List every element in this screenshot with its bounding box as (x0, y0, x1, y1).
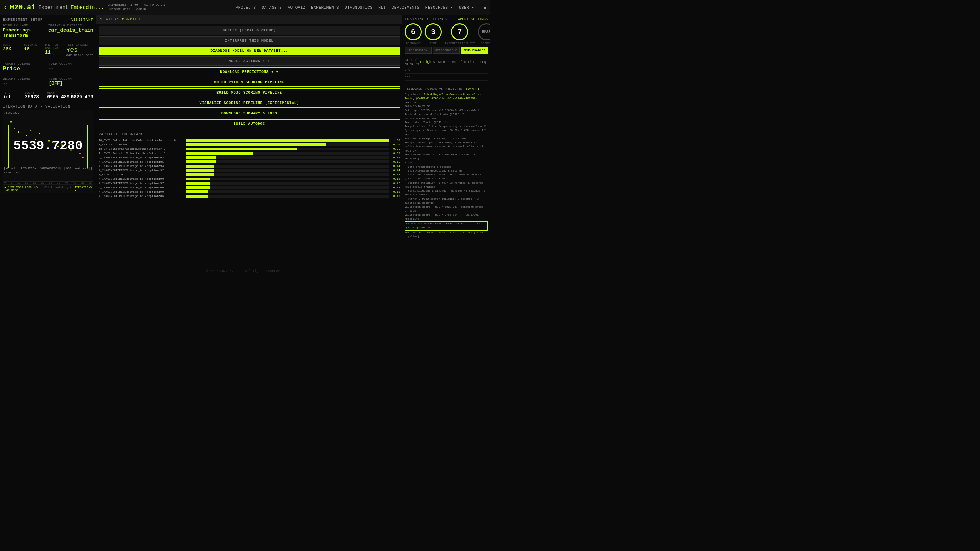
action-buttons: DEPLOY (LOCAL & CLOUD) INTERPRET THIS MO… (96, 24, 402, 131)
variable-row: 11_CVTE:InteriorColor:LeatherInterior:00… (99, 151, 400, 155)
cpu-tabs: Insights Scores Notifications Log Trace (420, 61, 490, 64)
build-python-button[interactable]: BUILD PYTHON SCORING PIPELINE (99, 78, 400, 87)
nav-projects[interactable]: PROJECTS (236, 5, 256, 10)
regression-button[interactable]: REGRESSION (405, 47, 432, 54)
interpret-button[interactable]: INTERPRET THIS MODEL (99, 37, 400, 45)
nav-mli[interactable]: MLI (378, 5, 386, 10)
variable-bar (186, 182, 210, 185)
iteration-section: ITERATION DATA - VALIDATION 7156.2377 52… (3, 105, 93, 193)
status-bar: STATUS: COMPLETE (96, 15, 402, 24)
mem-bar (405, 80, 488, 81)
variable-bar (186, 195, 208, 197)
left-panel: EXPERIMENT SETUP ASSISTANT DISPLAY NAME … (0, 15, 96, 268)
variable-name: 11_CVTE:InteriorColor:LeatherInterior:0 (99, 151, 184, 155)
back-chevron[interactable]: ‹ (3, 4, 7, 11)
tab-notifications[interactable]: Notifications (452, 61, 477, 64)
target-field: TARGET COLUMN Price (3, 62, 48, 72)
iterations-button[interactable]: ITERATIONS ▶ (75, 185, 92, 192)
variable-name: 4_IMAGEVECTORIZER:image_id.xception:90 (99, 177, 184, 180)
chart-model-label: [Model: [LIGHTGBM, XGBOOSTGBM] [106 feat… (3, 167, 92, 170)
build-autodoc-button[interactable]: BUILD AUTODOC (99, 119, 400, 128)
variable-score: 0.12 (390, 182, 400, 185)
interp-value: 7 (451, 23, 468, 40)
accuracy-circle: 6 ACCURACY (405, 23, 422, 45)
test-field: TEST DATASET Yes car_deals_test (66, 43, 93, 57)
variable-bar-container (186, 178, 388, 180)
download-summary-button[interactable]: DOWNLOAD SUMMARY & LOGS (99, 109, 400, 118)
nav-datasets[interactable]: DATASETS (262, 5, 282, 10)
variable-row: 1_CVTE:Color:00.14 (99, 173, 400, 176)
tab-summary[interactable]: SUMMARY (466, 87, 479, 91)
mode-buttons: REGRESSION REPRODUCIBLE GPUS ENABLED (405, 47, 488, 54)
tab-insights[interactable]: Insights (420, 61, 435, 64)
chart-big-value: 5539.7280 (13, 139, 83, 153)
nav-diagnostics[interactable]: DIAGNOSTICS (345, 5, 372, 10)
experiment-title: Experiment Embeddin... (38, 5, 104, 10)
tab-log[interactable]: Log (480, 61, 486, 64)
gpu-button[interactable]: GPUS ENABLED (461, 47, 488, 54)
center-panel: STATUS: COMPLETE DEPLOY (LOCAL & CLOUD) … (96, 15, 402, 268)
tab-scores[interactable]: Scores (438, 61, 449, 64)
variable-row: 10_CVTE:Color:InteriorColor:LeatherInter… (99, 139, 400, 142)
variable-score: 0.69 (390, 143, 400, 146)
diagnose-button[interactable]: DIAGNOSE MODEL ON NEW DATASET... (99, 47, 400, 55)
build-mojo-button[interactable]: BUILD MOJO SCORING PIPELINE (99, 88, 400, 97)
variable-score: 0.11 (390, 190, 400, 193)
variable-score: 0.11 (390, 194, 400, 197)
tab-residuals[interactable]: RESIDUALS (405, 87, 422, 91)
accuracy-label: ACCURACY (405, 41, 422, 45)
variable-score: 0.33 (390, 151, 400, 155)
iteration-chart[interactable]: 7156.2377 5209.4181 (3, 110, 93, 182)
iteration-header: ITERATION DATA - VALIDATION (3, 105, 93, 108)
cpu-metric: CPU (405, 68, 488, 74)
nav-links: PROJECTS DATASETS AUTOVIZ EXPERIMENTS DI… (236, 4, 487, 10)
variable-row: 4_IMAGEVECTORIZER:image_id.xception:900.… (99, 177, 400, 180)
variable-name: 4_IMAGEVECTORIZER:image_id.xception:94 (99, 164, 184, 167)
nav-autoviz[interactable]: AUTOVIZ (288, 5, 305, 10)
nav-deployments[interactable]: DEPLOYMENTS (392, 5, 420, 10)
cols-field: COLUMNS 16 (24, 43, 44, 57)
summary-content: Experiment: Embeddings-Transformer-Witho… (405, 92, 488, 268)
variable-bar-container (186, 186, 388, 189)
variable-bar (186, 139, 388, 142)
variable-score: 1.00 (390, 139, 400, 142)
variable-row: 4_IMAGEVECTORIZER:image_id.xception:630.… (99, 156, 400, 159)
expert-settings-button[interactable]: EXPERT SETTINGS (456, 17, 488, 21)
nav-user[interactable]: USER ▾ (459, 5, 474, 10)
reproducible-button[interactable]: REPRODUCIBLE (433, 47, 460, 54)
tab-trace[interactable]: Trace (489, 61, 490, 64)
visualize-scoring-button[interactable]: VISUALIZE SCORING PIPELINE (EXPERIMENTAL… (99, 99, 400, 108)
variable-bar (186, 148, 297, 150)
scorer-value: RMSE (478, 23, 490, 40)
variable-name: 4_IMAGEVECTORIZER:image_id.xception:57 (99, 182, 184, 185)
right-panel: TRAINING SETTINGS EXPERT SETTINGS 6 ACCU… (402, 15, 490, 268)
variable-name: 4_IMAGEVECTORIZER:image_id.xception:92 (99, 169, 184, 172)
model-actions-button[interactable]: MODEL ACTIONS ▾ (99, 56, 400, 66)
variable-score: 0.15 (390, 156, 400, 159)
cpu-header: CPU / MEMORY Insights Scores Notificatio… (405, 58, 488, 66)
variable-rows: 10_CVTE:Color:InteriorColor:LeatherInter… (99, 139, 400, 197)
deploy-button[interactable]: DEPLOY (LOCAL & CLOUD) (99, 26, 400, 35)
nav-experiments[interactable]: EXPERIMENTS (311, 5, 339, 10)
variable-bar (186, 178, 210, 180)
cpu-memory-section: CPU / MEMORY Insights Scores Notificatio… (402, 56, 490, 85)
variable-name: 1_CVTE:Color:0 (99, 173, 184, 176)
mean-field: MEAN 6965.489 (47, 91, 69, 100)
variable-bar-container (186, 143, 388, 146)
nav-resources[interactable]: RESOURCES ▾ (425, 5, 453, 10)
download-predictions-button[interactable]: DOWNLOAD PREDICTIONS ▾ (99, 67, 400, 76)
tab-actual-vs-predicted[interactable]: ACTUAL VS PREDICTED (426, 87, 463, 91)
variable-bar-container (186, 148, 388, 150)
variable-score: 0.15 (390, 160, 400, 163)
variable-bar (186, 191, 208, 193)
fold-field: FOLD COLUMN -- (49, 62, 94, 72)
variable-row: 4_IMAGEVECTORIZER:image_id.xception:570.… (99, 182, 400, 185)
variable-score: 0.55 (390, 147, 400, 150)
display-name-field: DISPLAY NAME Embeddings-Transform (3, 24, 47, 38)
variable-bar-container (186, 191, 388, 193)
variable-bar (186, 165, 214, 167)
training-dataset-field: TRAINING DATASET car_deals_train (48, 24, 93, 38)
assistant-button[interactable]: ASSISTANT (71, 18, 93, 22)
grid-icon[interactable]: ⊞ (484, 4, 487, 10)
variable-bar (186, 173, 214, 176)
